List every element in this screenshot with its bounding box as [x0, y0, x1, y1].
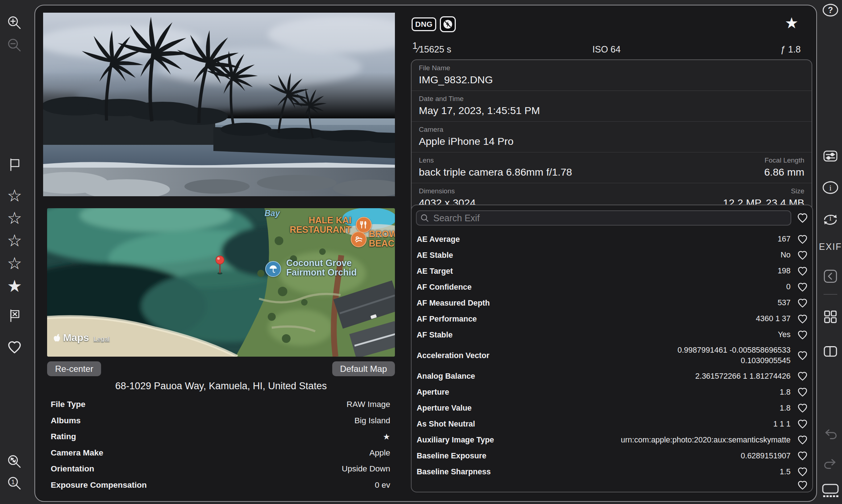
exif-rows: AE Average167 AE StableNo AE Target198 A…	[415, 231, 809, 491]
exif-row: AE Target198	[415, 263, 809, 279]
exif-row: Aperture1.8	[415, 384, 809, 400]
favorites-filter-heart-icon[interactable]	[796, 212, 809, 224]
iso-value: ISO 64	[542, 44, 671, 55]
maps-logo-text: Maps	[63, 332, 89, 344]
exif-row: Baseline Exposure0.6289151907	[415, 448, 809, 464]
heart-icon[interactable]	[796, 403, 809, 413]
file-info-card: File NameIMG_9832.DNG Date and TimeMay 1…	[411, 59, 812, 214]
exposure-summary: 1⁄15625 s ISO 64 ƒ 1.8	[412, 40, 801, 55]
photo-address: 68-1029 Pauoa Way, Kamuela, HI, United S…	[47, 381, 395, 392]
legal-link[interactable]: Legal	[93, 336, 109, 343]
apple-maps-logo: Maps	[53, 332, 89, 344]
heart-icon[interactable]	[796, 466, 809, 477]
adjustments-sliders-icon[interactable]	[822, 148, 839, 164]
svg-text:1: 1	[11, 479, 14, 486]
star-outline-icon[interactable]: ☆	[7, 187, 22, 204]
heart-icon[interactable]	[796, 434, 809, 445]
detail-row: Camera MakeApple	[51, 445, 390, 461]
map-label-coconut-grove: Coconut Grove Fairmont Orchid	[286, 258, 357, 277]
exif-row: Acceleration Vector0.9987991461 -0.00585…	[415, 343, 809, 368]
search-exif-input[interactable]	[416, 210, 791, 226]
undo-icon[interactable]	[822, 426, 839, 443]
filmstrip-dock-icon[interactable]	[821, 482, 839, 498]
redo-icon[interactable]	[822, 456, 839, 472]
help-icon[interactable]: ?	[821, 2, 839, 18]
exif-column: DNG ★ 1⁄15625 s ISO 64 ƒ 1.8 File NameIM…	[411, 5, 813, 502]
svg-text:i: i	[829, 183, 831, 192]
exif-row: AE StableNo	[415, 247, 809, 263]
lens-row: Lensback triple camera 6.86mm f/1.78 Foc…	[412, 152, 812, 183]
heart-icon[interactable]	[796, 371, 809, 382]
exif-list-panel: AE Average167 AE StableNo AE Target198 A…	[411, 205, 813, 492]
photo-preview	[43, 13, 395, 196]
detail-row: AlbumsBig Island	[51, 413, 390, 429]
resort-poi-icon	[265, 261, 281, 277]
zoom-in-icon[interactable]	[6, 15, 23, 32]
flag-x-icon[interactable]	[7, 308, 22, 323]
exif-row-partial	[415, 480, 809, 491]
exif-row: AF Confidence0	[415, 279, 809, 295]
apple-logo-icon	[53, 333, 61, 343]
heart-icon[interactable]	[796, 282, 809, 293]
heart-icon[interactable]	[796, 350, 809, 361]
heart-icon[interactable]	[796, 266, 809, 277]
star-outline-icon[interactable]: ☆	[7, 232, 22, 249]
format-badges: DNG	[412, 16, 456, 32]
detail-row: File TypeRAW Image	[51, 396, 390, 413]
exif-row: Auxiliary Image Typeurn:com:apple:photo:…	[415, 432, 809, 448]
file-name-row: File NameIMG_9832.DNG	[412, 60, 812, 91]
map-button-row: Re-center Default Map	[47, 361, 395, 376]
rating-star-icon: ★	[383, 432, 390, 442]
search-row	[415, 210, 809, 226]
heart-icon[interactable]	[796, 329, 809, 340]
search-icon	[420, 214, 429, 223]
heart-icon[interactable]	[796, 298, 809, 308]
exif-row: AF Measured Depth537	[415, 295, 809, 311]
svg-text:i: i	[829, 214, 831, 222]
heart-icon[interactable]	[796, 234, 809, 245]
date-time-row: Date and TimeMay 17, 2023, 1:45:51 PM	[412, 91, 812, 122]
map-label-brown-beach: BROW BEAC	[369, 229, 395, 248]
exif-row: AE Average167	[415, 231, 809, 247]
star-outline-icon[interactable]: ☆	[7, 255, 22, 272]
detail-row: OrientationUpside Down	[51, 461, 390, 477]
toolbar-divider	[824, 294, 837, 295]
exif-row: Baseline Sharpness1.5	[415, 464, 809, 480]
exif-panel-label[interactable]: EXIF	[819, 242, 842, 252]
beach-poi-icon	[351, 231, 367, 247]
map-pin-icon	[214, 255, 226, 276]
zoom-out-icon[interactable]	[6, 38, 23, 54]
recenter-button[interactable]: Re-center	[47, 361, 101, 376]
default-map-button[interactable]: Default Map	[332, 361, 395, 376]
rotate-orientation-icon[interactable]: i	[821, 210, 839, 226]
dng-format-badge: DNG	[412, 17, 436, 31]
map-view[interactable]: Bay HALE KAI RESTAURANT BROW BEAC Coconu…	[47, 208, 395, 357]
info-icon[interactable]: i	[821, 180, 839, 196]
back-chevron-icon[interactable]	[822, 268, 839, 285]
star-outline-icon[interactable]: ☆	[7, 210, 22, 226]
heart-icon[interactable]	[796, 480, 809, 491]
flash-off-icon	[440, 16, 456, 32]
heart-icon[interactable]	[7, 340, 22, 355]
exif-row: As Shot Neutral1 1 1	[415, 416, 809, 432]
heart-icon[interactable]	[796, 250, 809, 261]
main-window: Bay HALE KAI RESTAURANT BROW BEAC Coconu…	[34, 5, 817, 502]
exif-row: AF Performance4360 1 37	[415, 311, 809, 327]
exif-row: Aperture Value1.8	[415, 400, 809, 416]
map-label-hale-kai: HALE KAI RESTAURANT	[243, 215, 351, 235]
app-screen: ☆ ☆ ☆ ☆ ★ 1 ? i i EXIF	[0, 0, 842, 504]
zoom-to-fit-icon[interactable]	[6, 454, 23, 471]
heart-icon[interactable]	[796, 387, 809, 398]
flag-icon[interactable]	[7, 158, 22, 172]
split-view-icon[interactable]	[822, 343, 839, 360]
aperture-value: ƒ 1.8	[671, 44, 801, 55]
detail-row-rating: Rating★	[51, 429, 390, 445]
exif-row: Analog Balance2.361572266 1 1.81274426	[415, 368, 809, 384]
star-filled-icon[interactable]: ★	[7, 278, 22, 294]
heart-icon[interactable]	[796, 314, 809, 324]
grid-view-icon[interactable]	[822, 308, 839, 325]
heart-icon[interactable]	[796, 450, 809, 461]
zoom-actual-size-icon[interactable]: 1	[6, 476, 23, 492]
heart-icon[interactable]	[796, 419, 809, 429]
favorite-star-icon[interactable]: ★	[785, 16, 799, 31]
